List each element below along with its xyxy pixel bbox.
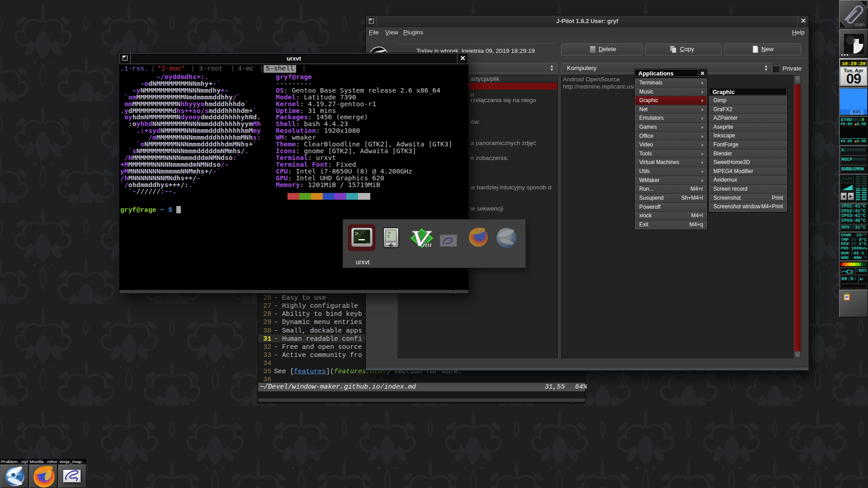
svg-text:im: im — [423, 239, 432, 249]
